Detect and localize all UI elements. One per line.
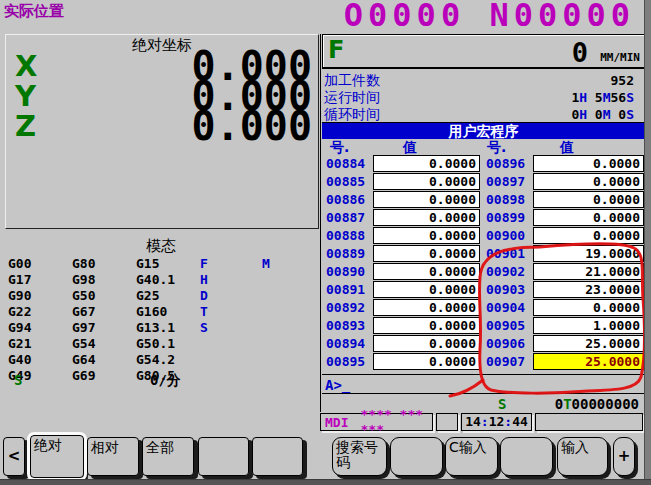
softkey-blank-1[interactable]	[198, 437, 249, 476]
macro-value-cell[interactable]: 0.0000	[533, 191, 644, 208]
clock: 14:12:44	[461, 413, 532, 431]
macro-value-cell[interactable]: 0.0000	[533, 209, 644, 226]
axis-label: Z	[15, 111, 36, 141]
macro-value-cell[interactable]: 0.0000	[373, 317, 480, 334]
softkey-search-number[interactable]: 搜索号码	[332, 437, 387, 476]
softkey-blank-2[interactable]	[252, 437, 303, 476]
gcode: G54.2	[136, 352, 200, 368]
spindle-status-label: S	[498, 396, 506, 412]
program-number: O0000 N00000	[344, 0, 635, 31]
macro-value-cell[interactable]: 0.0000	[533, 227, 644, 244]
macro-value-cell[interactable]: 0.0000	[533, 173, 644, 190]
macro-value-cell[interactable]: 0.0000	[373, 263, 480, 280]
counter-row: 加工件数952	[324, 72, 642, 89]
softkey-input[interactable]: 输入	[557, 437, 608, 476]
softkey-absolute[interactable]: 绝对	[30, 435, 84, 478]
modal-title: 模态	[5, 237, 317, 256]
macro-var-number: 00897	[484, 173, 534, 191]
mode-stars: **** *** ***	[360, 407, 428, 437]
gcode: G22	[8, 304, 72, 320]
spindle-s-label: S	[14, 372, 22, 388]
modal-letter: F	[200, 256, 262, 272]
gcode: G98	[72, 272, 136, 288]
softkey-relative[interactable]: 相对	[87, 437, 139, 476]
macro-var-number: 00905	[484, 317, 534, 335]
mode-label: MDI	[325, 415, 348, 430]
counter-row: 循环时间0H 0M 0S	[324, 106, 642, 123]
macro-var-number: 00890	[324, 263, 374, 281]
gcode: G25	[136, 288, 200, 304]
softkey-left-arrow[interactable]: <	[3, 437, 25, 476]
gcode: G00	[8, 256, 72, 272]
gcode: G67	[72, 304, 136, 320]
macro-var-number: 00898	[484, 191, 534, 209]
modal-gcode-grid: G00G80G15FMG17G98G40.1HG90G50G25DG22G67G…	[8, 256, 313, 384]
feedrate-box: F 0 MM/MIN	[322, 34, 645, 69]
mdi-prompt[interactable]: A>_	[325, 377, 350, 393]
macro-value-cell[interactable]: 0.0000	[373, 155, 480, 172]
modal-letter	[200, 352, 262, 368]
macro-var-number: 00896	[484, 155, 534, 173]
softkey-c-input[interactable]: C输入	[445, 437, 498, 476]
softkey-blank-3[interactable]	[390, 437, 443, 476]
modal-letter: D	[200, 288, 262, 304]
macro-value-cell[interactable]: 0.0000	[373, 335, 480, 352]
macro-var-number: 00888	[324, 227, 374, 245]
macro-panel-title: 用户宏程序	[322, 122, 645, 139]
macro-value-cell[interactable]: 21.0000	[533, 263, 644, 280]
macro-value-cell[interactable]: 0.0000	[373, 191, 480, 208]
spindle-row: S 0/分	[5, 372, 317, 389]
gcode-row: G17G98G40.1H	[8, 272, 313, 288]
counter-value: 1H 5M56S	[571, 89, 634, 106]
macro-var-number: 00884	[324, 155, 374, 173]
axis-value: 0.000	[192, 111, 312, 141]
absolute-position-panel: 绝对坐标 X0.000Y0.000Z0.000	[5, 34, 319, 229]
macro-value-cell[interactable]: 19.0000	[533, 245, 644, 262]
feed-label: F	[328, 36, 344, 64]
macro-var-number: 00885	[324, 173, 374, 191]
macro-value-cell[interactable]: 0.0000	[373, 281, 480, 298]
macro-value-cell[interactable]: 1.0000	[533, 317, 644, 334]
divider-line	[322, 393, 645, 394]
macro-value-cell[interactable]: 0.0000	[533, 155, 644, 172]
panel-divider	[320, 34, 321, 412]
macro-value-cell[interactable]: 25.0000	[533, 353, 644, 370]
macro-var-number: 00895	[324, 353, 374, 371]
gcode: G64	[72, 352, 136, 368]
softkey-all[interactable]: 全部	[142, 437, 194, 476]
gcode: G80	[72, 256, 136, 272]
macro-var-number: 00902	[484, 263, 534, 281]
macro-value-cell[interactable]: 0.0000	[373, 227, 480, 244]
macro-value-cell[interactable]: 0.0000	[373, 209, 480, 226]
counter-row: 运行时间1H 5M56S	[324, 89, 642, 106]
macro-var-number: 00886	[324, 191, 374, 209]
macro-value-cell[interactable]: 25.0000	[533, 335, 644, 352]
softkey-plus[interactable]: +	[613, 437, 635, 476]
gcode-row: G22G67G160T	[8, 304, 313, 320]
gcode: G50.1	[136, 336, 200, 352]
macro-var-number: 00899	[484, 209, 534, 227]
counter-value: 952	[611, 72, 634, 89]
macro-value-cell[interactable]: 0.0000	[533, 299, 644, 316]
gcode: G94	[8, 320, 72, 336]
macro-value-cell[interactable]: 0.0000	[373, 173, 480, 190]
gcode: G50	[72, 288, 136, 304]
macro-value-cell[interactable]: 0.0000	[373, 353, 480, 370]
modal-m-letter: M	[262, 256, 270, 272]
axis-label: Y	[15, 81, 36, 111]
counter-value: 0H 0M 0S	[571, 106, 634, 123]
feed-unit: MM/MIN	[600, 51, 640, 64]
macro-value-cell[interactable]: 23.0000	[533, 281, 644, 298]
macro-value-cell[interactable]: 0.0000	[373, 245, 480, 262]
status-spacer-box	[436, 413, 458, 431]
counter-label: 循环时间	[324, 106, 380, 122]
divider-line	[322, 374, 645, 375]
page-title: 实际位置	[4, 2, 64, 21]
macro-var-number: 00893	[324, 317, 374, 335]
softkey-blank-4[interactable]	[500, 437, 553, 476]
feed-value: 0	[572, 39, 588, 67]
macro-value-cell[interactable]: 0.0000	[373, 299, 480, 316]
gcode-row: G94G97G13.1S	[8, 320, 313, 336]
status-tail-box	[535, 413, 643, 431]
axis-row-z: Z0.000	[6, 111, 318, 141]
